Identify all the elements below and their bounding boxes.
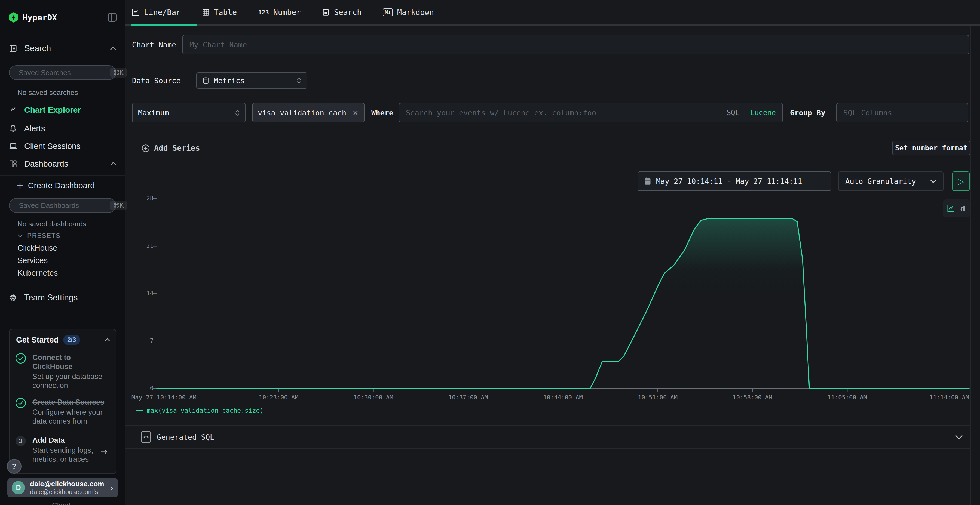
section-search[interactable]: Search xyxy=(9,43,116,54)
legend-series-name: max(visa_validation_cache.size) xyxy=(147,407,264,414)
data-source-select[interactable]: Metrics xyxy=(196,72,307,89)
legend-line-swatch xyxy=(136,410,143,411)
group-by-input[interactable] xyxy=(837,103,968,122)
lucene-mode-button[interactable]: Lucene xyxy=(750,108,776,117)
run-query-button[interactable]: ▷ xyxy=(952,172,970,191)
section-divider xyxy=(132,95,969,95)
chart-name-input[interactable] xyxy=(183,35,969,54)
help-button[interactable]: ? xyxy=(7,459,22,474)
sidebar-item-label: Dashboards xyxy=(24,159,68,168)
presets-toggle[interactable]: PRESETS xyxy=(18,232,61,240)
where-field: SQL | Lucene xyxy=(399,103,783,122)
generated-sql-toggle[interactable]: <> Generated SQL xyxy=(125,425,971,449)
line-chart-icon xyxy=(9,106,17,114)
tab-label: Table xyxy=(214,8,237,17)
sidebar-item-dashboards[interactable]: Dashboards xyxy=(9,158,116,170)
date-range-picker[interactable]: May 27 10:14:11 - May 27 11:14:11 xyxy=(638,172,831,191)
scroll-gutter[interactable] xyxy=(970,26,980,505)
step-title: Add Data xyxy=(32,436,100,445)
step-number-badge: 3 xyxy=(16,436,26,446)
user-email: dale@clickhouse.com xyxy=(30,480,104,488)
create-dashboard-label: Create Dashboard xyxy=(28,181,95,190)
get-started-item-sources[interactable]: Create Data Sources Configure where your… xyxy=(16,398,111,426)
sidebar-item-chart-explorer[interactable]: Chart Explorer xyxy=(9,104,116,116)
preset-kubernetes[interactable]: Kubernetes xyxy=(18,268,58,278)
step-title: Connect to ClickHouse xyxy=(32,353,111,371)
get-started-item-connect[interactable]: Connect to ClickHouse Set up your databa… xyxy=(16,353,111,390)
granularity-value: Auto Granularity xyxy=(845,177,916,186)
sidebar-item-alerts[interactable]: Alerts xyxy=(9,122,116,134)
tab-label: Markdown xyxy=(397,8,434,17)
preset-services[interactable]: Services xyxy=(18,256,48,265)
app-title: HyperDX xyxy=(22,13,57,22)
tab-line-bar[interactable]: Line/Bar xyxy=(132,8,181,17)
tab-number[interactable]: 123 Number xyxy=(258,8,301,17)
active-tab-underline xyxy=(132,24,197,26)
y-axis-tick: 0 xyxy=(125,385,154,392)
plus-circle-icon xyxy=(142,144,150,152)
section-search-label: Search xyxy=(24,43,51,53)
check-circle-icon xyxy=(16,398,26,408)
x-axis-tick: 10:44:00 AM xyxy=(543,394,583,401)
aggregation-select[interactable]: Maximum xyxy=(132,103,245,122)
bell-icon xyxy=(9,124,17,132)
x-axis-tick: 10:23:00 AM xyxy=(259,394,299,401)
timeseries-chart[interactable] xyxy=(157,199,969,389)
user-team: dale@clickhouse.com's xyxy=(30,488,104,496)
chevron-up-icon[interactable] xyxy=(104,338,110,342)
sidebar-collapse-icon[interactable] xyxy=(108,13,116,22)
saved-dashboards-input[interactable] xyxy=(19,201,110,210)
date-range-value: May 27 10:14:11 - May 27 11:14:11 xyxy=(656,177,802,186)
team-settings-button[interactable]: Team Settings xyxy=(9,292,116,304)
presets-label: PRESETS xyxy=(27,232,61,240)
clipped-bottom-text: Cloud xyxy=(52,501,70,505)
aggregation-value: Maximum xyxy=(138,108,169,117)
y-axis-tick: 21 xyxy=(125,243,154,249)
data-source-value: Metrics xyxy=(214,76,245,85)
sidebar-item-client-sessions[interactable]: Client Sessions xyxy=(9,140,116,152)
hyperdx-logo-icon xyxy=(9,12,18,22)
chevron-down-icon xyxy=(18,234,23,237)
main-content: Line/Bar Table 123 Number Search M↓ Ma xyxy=(125,0,980,505)
progress-badge: 2/3 xyxy=(64,335,80,345)
x-axis-tick: May 27 10:14:00 AM xyxy=(132,394,196,401)
tab-markdown[interactable]: M↓ Markdown xyxy=(383,8,434,17)
chevron-up-icon[interactable] xyxy=(110,46,116,50)
x-axis-tick: 11:14:00 AM xyxy=(929,394,969,401)
list-icon xyxy=(322,8,330,16)
y-axis-tick: 14 xyxy=(125,290,154,297)
chevron-up-icon[interactable] xyxy=(110,162,116,166)
select-chevrons-icon xyxy=(235,110,240,116)
query-language-toggle: SQL | Lucene xyxy=(727,103,776,122)
shortcut-badge: ⌘K xyxy=(110,200,127,210)
create-dashboard-button[interactable]: + Create Dashboard xyxy=(16,179,116,192)
preset-clickhouse[interactable]: ClickHouse xyxy=(18,243,57,252)
chart-legend[interactable]: max(visa_validation_cache.size) xyxy=(136,407,264,414)
get-started-header[interactable]: Get Started 2/3 xyxy=(16,335,110,345)
series-line xyxy=(157,218,969,389)
generated-sql-label: Generated SQL xyxy=(157,433,214,441)
get-started-card: Get Started 2/3 Connect to ClickHouse Se… xyxy=(9,329,116,474)
metric-chip[interactable]: visa_validation_cach × xyxy=(252,103,364,122)
laptop-icon xyxy=(9,142,17,150)
tab-table[interactable]: Table xyxy=(202,8,237,17)
database-icon xyxy=(202,77,209,84)
tab-label: Number xyxy=(273,8,301,17)
saved-searches-input[interactable] xyxy=(19,68,110,77)
get-started-item-add-data[interactable]: 3 Add Data Start sending logs, metrics, … xyxy=(16,436,111,464)
where-input[interactable] xyxy=(399,103,783,122)
calendar-icon xyxy=(644,178,651,185)
table-icon xyxy=(202,8,210,16)
add-series-button[interactable]: Add Series xyxy=(142,144,200,152)
tab-search[interactable]: Search xyxy=(322,8,361,17)
user-menu[interactable]: D dale@clickhouse.com dale@clickhouse.co… xyxy=(7,478,118,497)
group-by-label: Group By xyxy=(790,103,826,122)
sidebar-item-label: Chart Explorer xyxy=(24,105,81,114)
saved-dashboards-search[interactable]: ⌘K xyxy=(9,198,116,213)
set-number-format-button[interactable]: Set number format xyxy=(892,141,970,155)
sql-mode-button[interactable]: SQL xyxy=(727,108,739,117)
granularity-select[interactable]: Auto Granularity xyxy=(838,172,943,191)
remove-metric-icon[interactable]: × xyxy=(352,108,358,117)
sidebar: HyperDX Search ⌘K No saved searches Char… xyxy=(0,0,125,505)
saved-searches-search[interactable]: ⌘K xyxy=(9,65,116,80)
